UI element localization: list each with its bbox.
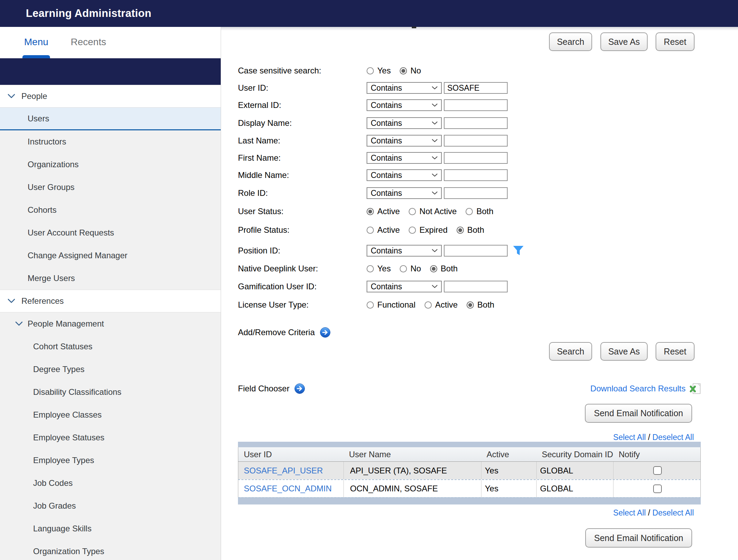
external-id-input[interactable] <box>444 99 508 111</box>
case-sensitive-search-radio-no[interactable]: No <box>400 66 421 76</box>
user-status-radio-not-active[interactable]: Not Active <box>409 207 457 216</box>
case-sensitive-search-radio-yes[interactable]: Yes <box>367 66 391 76</box>
sidebar-item-user-account-requests[interactable]: User Account Requests <box>0 221 221 244</box>
notify-checkbox[interactable] <box>653 466 662 475</box>
gamification-user-id-operator-select[interactable]: Contains <box>367 281 442 292</box>
last-name-operator-select[interactable]: Contains <box>367 135 442 147</box>
position-id-input[interactable] <box>444 245 508 257</box>
sidebar-item-employee-classes[interactable]: Employee Classes <box>0 403 221 426</box>
sidebar-item-degree-types[interactable]: Degree Types <box>0 358 221 381</box>
select-all-link[interactable]: Select All <box>613 433 646 442</box>
radio-button-icon[interactable] <box>467 301 474 309</box>
first-name-operator-select[interactable]: Contains <box>367 152 442 164</box>
user-id-input[interactable] <box>444 82 508 94</box>
sidebar-item-organization-types[interactable]: Organization Types <box>0 540 221 560</box>
radio-button-icon[interactable] <box>409 227 416 234</box>
sidebar-item-organizations[interactable]: Organizations <box>0 153 221 176</box>
first-name-input[interactable] <box>444 152 508 164</box>
native-deeplink-user-radio-both[interactable]: Both <box>430 264 458 273</box>
search-button-bottom[interactable]: Search <box>549 342 592 361</box>
middle-name-operator-select[interactable]: Contains <box>367 169 442 181</box>
radio-button-icon[interactable] <box>430 265 437 272</box>
external-id-operator-select[interactable]: Contains <box>367 99 442 111</box>
chevron-down-icon[interactable] <box>15 321 23 326</box>
tab-menu[interactable]: Menu <box>24 37 48 48</box>
sidebar-item-job-codes[interactable]: Job Codes <box>0 472 221 494</box>
license-user-type-radio-active[interactable]: Active <box>425 300 458 310</box>
user-id-link[interactable]: SOSAFE_API_USER <box>238 462 343 479</box>
column-header-active[interactable]: Active <box>481 450 536 459</box>
user-id-operator-select[interactable]: Contains <box>367 82 442 94</box>
search-button[interactable]: Search <box>549 32 592 51</box>
deselect-all-link[interactable]: Deselect All <box>652 433 694 442</box>
middle-name-input[interactable] <box>444 169 508 181</box>
radio-button-icon[interactable] <box>367 227 374 234</box>
send-email-notification-button[interactable]: Send Email Notification <box>585 404 692 423</box>
license-user-type-radio-functional[interactable]: Functional <box>367 300 416 310</box>
position-id-operator-select[interactable]: Contains <box>367 245 442 257</box>
column-header-user-name[interactable]: User Name <box>343 450 481 459</box>
radio-button-icon[interactable] <box>367 301 374 309</box>
radio-button-icon[interactable] <box>367 67 374 74</box>
save-as-button[interactable]: Save As <box>600 32 648 51</box>
sidebar-item-employee-statuses[interactable]: Employee Statuses <box>0 426 221 449</box>
sidebar-item-cohorts[interactable]: Cohorts <box>0 199 221 221</box>
native-deeplink-user-radio-yes[interactable]: Yes <box>367 264 391 273</box>
sidebar-item-references[interactable]: References <box>0 290 221 312</box>
profile-status-radio-active[interactable]: Active <box>367 225 400 235</box>
license-user-type-radio-both[interactable]: Both <box>467 300 494 310</box>
display-name-operator-select[interactable]: Contains <box>367 117 442 129</box>
radio-button-icon[interactable] <box>400 67 407 74</box>
user-status-radio-active[interactable]: Active <box>367 207 400 216</box>
radio-button-icon[interactable] <box>425 301 432 309</box>
radio-button-icon[interactable] <box>367 265 374 272</box>
sidebar-item-merge-users[interactable]: Merge Users <box>0 267 221 290</box>
tab-recents[interactable]: Recents <box>71 37 106 48</box>
radio-button-icon[interactable] <box>367 208 374 215</box>
filter-funnel-icon[interactable] <box>512 245 525 256</box>
deselect-all-link[interactable]: Deselect All <box>652 508 694 517</box>
chevron-down-icon[interactable] <box>8 299 15 303</box>
download-search-results-link[interactable]: Download Search Results <box>590 384 686 393</box>
send-email-notification-button-bottom[interactable]: Send Email Notification <box>585 528 692 548</box>
download-search-results[interactable]: Download Search Results <box>590 382 701 395</box>
notify-checkbox[interactable] <box>653 484 662 493</box>
column-header-user-id[interactable]: User ID <box>238 450 343 459</box>
sidebar-item-job-grades[interactable]: Job Grades <box>0 494 221 517</box>
select-all-link[interactable]: Select All <box>613 508 646 517</box>
last-name-input[interactable] <box>444 135 508 147</box>
user-status-radio-both[interactable]: Both <box>466 207 493 216</box>
sidebar-item-user-groups[interactable]: User Groups <box>0 176 221 199</box>
radio-button-icon[interactable] <box>409 208 416 215</box>
profile-status-radio-expired[interactable]: Expired <box>409 225 447 235</box>
reset-button[interactable]: Reset <box>656 32 695 51</box>
sidebar-item-instructors[interactable]: Instructors <box>0 130 221 153</box>
role-id-input[interactable] <box>444 187 508 199</box>
column-header-security-domain-id[interactable]: Security Domain ID <box>536 450 613 459</box>
sidebar-item-people-management[interactable]: People Management <box>0 312 221 335</box>
sidebar-item-people[interactable]: People <box>0 85 221 108</box>
arrow-right-icon[interactable] <box>294 383 305 394</box>
column-header-notify[interactable]: Notify <box>613 450 701 459</box>
sidebar-item-change-assigned-manager[interactable]: Change Assigned Manager <box>0 244 221 267</box>
profile-status-radio-both[interactable]: Both <box>457 225 484 235</box>
chevron-down-icon[interactable] <box>8 94 15 99</box>
sidebar-item-cohort-statuses[interactable]: Cohort Statuses <box>0 335 221 358</box>
gamification-user-id-input[interactable] <box>444 281 508 292</box>
add-remove-criteria[interactable]: Add/Remove Criteria <box>238 326 331 339</box>
display-name-input[interactable] <box>444 117 508 129</box>
sidebar-item-language-skills[interactable]: Language Skills <box>0 517 221 540</box>
radio-button-icon[interactable] <box>457 227 464 234</box>
sidebar-item-users[interactable]: Users <box>0 108 221 130</box>
native-deeplink-user-radio-no[interactable]: No <box>400 264 421 273</box>
reset-button-bottom[interactable]: Reset <box>656 342 695 361</box>
save-as-button-bottom[interactable]: Save As <box>600 342 648 361</box>
arrow-right-icon[interactable] <box>320 327 331 338</box>
user-id-link[interactable]: SOSAFE_OCN_ADMIN <box>238 480 343 497</box>
role-id-operator-select[interactable]: Contains <box>367 187 442 199</box>
sidebar-item-disability-classifications[interactable]: Disability Classifications <box>0 381 221 403</box>
radio-button-icon[interactable] <box>400 265 407 272</box>
sidebar-item-employee-types[interactable]: Employee Types <box>0 449 221 472</box>
field-chooser[interactable]: Field Chooser <box>238 382 305 395</box>
excel-icon[interactable] <box>690 383 701 394</box>
